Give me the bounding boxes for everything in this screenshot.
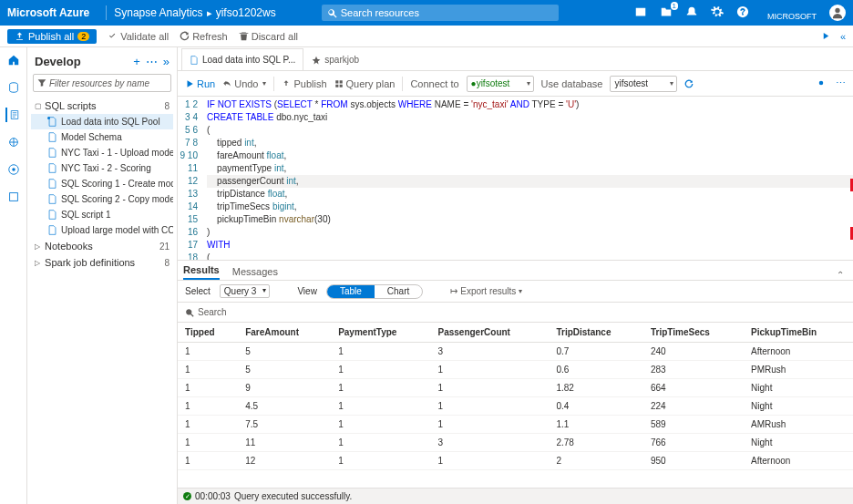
run-button[interactable]: Run (185, 78, 215, 89)
trash-icon (239, 31, 249, 41)
svg-rect-4 (9, 193, 17, 201)
avatar[interactable] (829, 5, 846, 21)
help-icon[interactable] (736, 5, 749, 20)
directory-icon[interactable]: 1 (660, 5, 673, 20)
undo-button[interactable]: Undo▾ (222, 78, 266, 89)
group-notebooks[interactable]: ▷ Notebooks21 (31, 238, 173, 254)
open-tabs: Load data into SQL P... sparkjob (178, 47, 853, 71)
more-icon[interactable]: ⋯ (836, 77, 846, 89)
group-sparkjobs[interactable]: ▷ Spark job definitions8 (31, 254, 173, 271)
seg-table[interactable]: Table (327, 285, 375, 298)
table-row[interactable]: 14.5110.4224Night (178, 397, 853, 416)
rail-monitor[interactable] (6, 162, 21, 177)
search-icon (185, 308, 194, 317)
sql-file-icon (47, 148, 57, 158)
develop-sidebar: Develop + ⋯ » Filter resources by name ▢… (27, 47, 178, 504)
collapse-panel-icon[interactable]: « (840, 31, 846, 42)
breadcrumb-workspace[interactable]: yifso1202ws (216, 6, 276, 19)
publish-all-button[interactable]: Publish all 2 (7, 29, 97, 44)
col-header[interactable]: PassengerCount (430, 323, 549, 343)
editor-content: Load data into SQL P... sparkjob Run Und… (178, 47, 853, 504)
tab-0[interactable]: Load data into SQL P... (181, 48, 303, 70)
azure-topbar: Microsoft Azure Synapse Analytics ▸ yifs… (0, 0, 853, 26)
table-row[interactable]: 17.5111.1589AMRush (178, 416, 853, 434)
sql-editor[interactable]: 1 2 3 4 5 6 7 8 9 10 11 12 13 14 15 16 1… (178, 97, 853, 261)
messages-tab[interactable]: Messages (232, 266, 278, 280)
status-time: 00:00:03 (195, 491, 231, 501)
query-select[interactable]: Query 3 (220, 284, 271, 298)
settings-icon[interactable] (816, 77, 827, 88)
add-resource-button[interactable]: + (133, 55, 140, 68)
sql-file-icon (47, 163, 57, 173)
query-plan-button[interactable]: Query plan (334, 78, 396, 89)
rail-develop[interactable] (5, 108, 20, 122)
group-sql-scripts[interactable]: ▢ SQL scripts8 (31, 98, 173, 114)
svg-point-3 (12, 168, 15, 171)
tab-1[interactable]: sparkjob (303, 48, 367, 70)
rail-data[interactable] (6, 80, 21, 95)
col-header[interactable]: FareAmount (238, 323, 331, 343)
refresh-icon (180, 31, 190, 41)
sql-item-7[interactable]: Upload large model with COPY INTO (31, 222, 173, 238)
collapse-results-icon[interactable]: ⌃ (837, 270, 844, 280)
table-row[interactable]: 19111.82664Night (178, 379, 853, 397)
results-table[interactable]: TippedFareAmountPaymentTypePassengerCoun… (178, 323, 853, 488)
sidebar-title: Develop + ⋯ » (31, 53, 173, 70)
discard-all-button[interactable]: Discard all (239, 31, 298, 42)
refresh-button[interactable]: Refresh (180, 31, 228, 42)
rail-manage[interactable] (6, 190, 21, 204)
svg-point-0 (835, 8, 839, 13)
results-tab[interactable]: Results (183, 264, 220, 280)
global-search[interactable]: Search resources (322, 5, 559, 21)
plan-icon (334, 79, 344, 88)
rail-integrate[interactable] (6, 135, 21, 149)
view-segmented[interactable]: Table Chart (326, 284, 423, 299)
sql-file-icon (47, 225, 57, 235)
db-label: Use database (541, 78, 603, 89)
col-header[interactable]: TripDistance (549, 323, 643, 343)
col-header[interactable]: TripTimeSecs (643, 323, 744, 343)
sql-item-4[interactable]: SQL Scoring 1 - Create model table (31, 176, 173, 191)
connect-to-select[interactable]: ● yifsotest (467, 76, 534, 92)
account-label[interactable]: MICROSOFT (767, 5, 817, 21)
code-area[interactable]: IF NOT EXISTS (SELECT * FROM sys.objects… (203, 97, 853, 260)
export-results-button[interactable]: ↦ Export results (450, 286, 522, 296)
divider (106, 5, 107, 20)
sql-item-0[interactable]: Load data into SQL Pool (31, 114, 173, 129)
check-icon (108, 31, 118, 41)
run-all-icon[interactable] (821, 31, 831, 41)
use-database-select[interactable]: yifsotest (610, 76, 677, 92)
brand[interactable]: Microsoft Azure (7, 6, 89, 19)
sidebar-more-button[interactable]: ⋯ (146, 55, 158, 68)
play-icon (185, 79, 194, 88)
col-header[interactable]: PickupTimeBin (744, 323, 853, 343)
publish-button[interactable]: Publish (282, 78, 326, 89)
sql-file-icon (47, 117, 57, 127)
filter-input[interactable]: Filter resources by name (33, 74, 171, 92)
table-row[interactable]: 111132.78766Night (178, 434, 853, 452)
sql-item-3[interactable]: NYC Taxi - 2 - Scoring (31, 160, 173, 176)
cloud-shell-icon[interactable] (634, 5, 647, 20)
sql-item-5[interactable]: SQL Scoring 2 - Copy model into mo... (31, 191, 173, 207)
col-header[interactable]: Tipped (178, 323, 238, 343)
settings-icon[interactable] (711, 5, 724, 20)
refresh-db-button[interactable] (684, 79, 694, 88)
sql-scripts-tree: Load data into SQL Pool Model Schema NYC… (31, 114, 173, 238)
table-row[interactable]: 15130.7240Afternoon (178, 343, 853, 361)
sql-item-1[interactable]: Model Schema (31, 129, 173, 145)
connect-label: Connect to (410, 78, 458, 89)
sql-item-6[interactable]: SQL script 1 (31, 207, 173, 222)
rail-home[interactable] (6, 53, 21, 67)
table-row[interactable]: 15110.6283PMRush (178, 361, 853, 379)
results-search[interactable]: Search (178, 303, 853, 323)
col-header[interactable]: PaymentType (331, 323, 430, 343)
validate-all-button[interactable]: Validate all (108, 31, 169, 42)
table-row[interactable]: 112112950Afternoon (178, 452, 853, 470)
breadcrumb-service[interactable]: Synapse Analytics (114, 6, 202, 19)
filter-icon (37, 78, 46, 87)
status-msg: Query executed successfully. (234, 491, 352, 501)
sidebar-expand-button[interactable]: » (163, 55, 170, 68)
seg-chart[interactable]: Chart (375, 285, 422, 298)
notifications-icon[interactable] (685, 5, 698, 20)
sql-item-2[interactable]: NYC Taxi - 1 - Upload model (31, 145, 173, 160)
